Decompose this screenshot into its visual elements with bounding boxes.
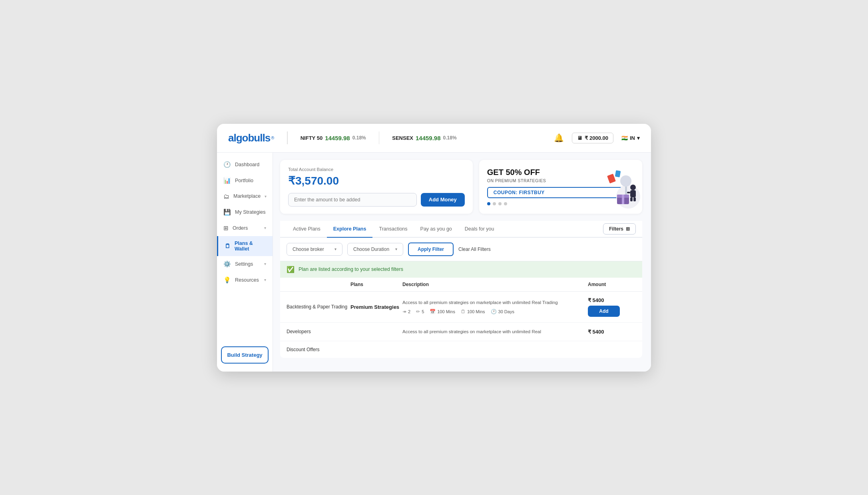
row-category-1: Backtesting & Paper Trading	[287, 304, 350, 310]
filters-row: Choose broker ▾ Choose Duration ▾ Apply …	[280, 238, 642, 261]
strategies-icon: 💾	[223, 209, 231, 216]
top-row: Total Account Balance ₹3,570.00 Add Mone…	[280, 160, 642, 214]
meta-paper-val: 5	[422, 309, 424, 314]
market-divider	[287, 131, 288, 144]
content-area: Total Account Balance ₹3,570.00 Add Mone…	[273, 153, 651, 372]
balance-card: Total Account Balance ₹3,570.00 Add Mone…	[280, 160, 473, 214]
sidebar-item-plans-wallet[interactable]: 🗒 Plans & Wallet	[217, 236, 273, 256]
header-right: 🔔 🖥 ₹ 2000.00 🇮🇳 IN ▾	[554, 133, 640, 143]
promo-card: GET 50% OFF ON PREMIUM STRATEGIES COUPON…	[479, 160, 642, 214]
broker-select[interactable]: Choose broker ▾	[287, 243, 342, 256]
sensex-price: 14459.98	[416, 135, 441, 141]
build-strategy-button[interactable]: Build Strategy	[221, 346, 269, 364]
check-icon: ✅	[287, 266, 295, 273]
chevron-down-icon: ▾	[264, 278, 266, 282]
dot-2	[493, 202, 496, 205]
meta-live: ↠ 2	[402, 309, 410, 314]
chevron-down-icon: ▾	[264, 262, 266, 266]
svg-point-6	[630, 185, 636, 190]
sidebar-bottom: Build Strategy	[217, 342, 273, 368]
tabs-row: Active Plans Explore Plans Transactions …	[280, 221, 642, 238]
sidebar-item-label: Orders	[233, 225, 248, 231]
svg-rect-5	[622, 195, 624, 204]
paper-icon: ✏	[416, 309, 420, 314]
wallet-icon: 🖥	[577, 135, 582, 141]
resources-icon: 💡	[223, 276, 231, 284]
meta-days: 🕐 30 Days	[491, 309, 514, 314]
header: algobulls® NIFTY 50 14459.98 0.18% SENSE…	[217, 124, 651, 153]
tab-active-plans[interactable]: Active Plans	[287, 221, 327, 238]
sidebar: 🕐 Dashboard 📊 Portfolio 🗂 Marketplace ▾ …	[217, 153, 273, 372]
flag-region[interactable]: 🇮🇳 IN ▾	[621, 135, 640, 141]
filters-button[interactable]: Filters ⊞	[603, 223, 636, 235]
svg-rect-11	[607, 174, 616, 183]
pt-icon: 🗒	[461, 309, 466, 314]
tab-transactions[interactable]: Transactions	[372, 221, 414, 238]
duration-select[interactable]: Choose Duration ▾	[347, 243, 403, 256]
svg-rect-10	[627, 192, 630, 193]
clear-filters-button[interactable]: Clear All Filters	[458, 247, 491, 252]
live-icon: ↠	[402, 309, 406, 314]
col-amount: Amount	[588, 282, 636, 287]
sidebar-item-resources[interactable]: 💡 Resources ▾	[217, 272, 273, 288]
sidebar-item-my-strategies[interactable]: 💾 My Strategies	[217, 204, 273, 220]
sidebar-item-label: Portfolio	[235, 178, 253, 183]
region-label: IN	[630, 135, 635, 141]
meta-live-val: 2	[408, 309, 410, 314]
meta-pt-mins: 🗒 100 Mins	[461, 309, 485, 314]
svg-point-2	[620, 175, 631, 187]
balance-label: Total Account Balance	[288, 167, 465, 172]
days-icon: 🕐	[491, 309, 497, 314]
plans-wallet-icon: 🗒	[225, 243, 231, 249]
nifty-label: NIFTY 50	[301, 135, 323, 141]
tab-pay-as-you-go[interactable]: Pay as you go	[414, 221, 458, 238]
main-layout: 🕐 Dashboard 📊 Portfolio 🗂 Marketplace ▾ …	[217, 153, 651, 372]
sidebar-item-settings[interactable]: ⚙️ Settings ▾	[217, 256, 273, 272]
sidebar-item-label: Settings	[235, 261, 253, 267]
plan-meta-1: ↠ 2 ✏ 5 📅 100 Mins	[402, 309, 588, 314]
tab-explore-plans[interactable]: Explore Plans	[327, 221, 373, 238]
marketplace-icon: 🗂	[223, 193, 229, 200]
flag-icon: 🇮🇳	[621, 135, 628, 141]
dot-3	[498, 202, 502, 205]
apply-filter-button[interactable]: Apply Filter	[408, 243, 454, 256]
bell-icon[interactable]: 🔔	[554, 133, 564, 143]
balance-amount: ₹3,570.00	[288, 174, 465, 187]
dashboard-icon: 🕐	[223, 161, 231, 168]
sidebar-item-portfolio[interactable]: 📊 Portfolio	[217, 173, 273, 189]
add-money-input[interactable]	[288, 193, 417, 207]
sidebar-item-label: Plans & Wallet	[235, 241, 266, 252]
nifty-change: 0.18%	[352, 135, 366, 141]
wallet-balance: 🖥 ₹ 2000.00	[572, 133, 613, 143]
sensex-label: SENSEX	[392, 135, 413, 141]
svg-rect-9	[633, 197, 636, 201]
tab-deals-for-you[interactable]: Deals for you	[458, 221, 501, 238]
meta-bt-mins: 📅 100 Mins	[430, 309, 455, 314]
broker-placeholder: Choose broker	[293, 247, 324, 252]
meta-bt-val: 100 Mins	[437, 309, 455, 314]
alert-bar: ✅ Plan are listed according to your sele…	[280, 261, 642, 278]
bt-icon: 📅	[430, 309, 436, 314]
add-plan-button-1[interactable]: Add	[588, 306, 620, 317]
row-price-2: ₹ 5400	[588, 329, 636, 335]
col-plans: Plans	[350, 282, 402, 287]
wallet-amount: ₹ 2000.00	[585, 135, 608, 141]
promo-illustration	[598, 167, 638, 207]
table-header: Plans Description Amount	[280, 278, 642, 292]
row-plan-name-1: Premium Strategies	[350, 304, 402, 310]
filter-icon: ⊞	[626, 226, 630, 232]
sidebar-item-orders[interactable]: ⊞ Orders ▾	[217, 220, 273, 236]
col-category	[287, 282, 350, 287]
row-desc-1: Access to all premium strategies on mark…	[402, 299, 588, 314]
sensex-change: 0.18%	[443, 135, 457, 141]
alert-message: Plan are listed according to your select…	[299, 266, 403, 272]
sensex-market: SENSEX 14459.98 0.18%	[392, 135, 456, 141]
table-row-2: Developers Access to all premium strateg…	[280, 323, 642, 341]
chevron-down-icon: ▾	[264, 226, 266, 230]
row-category-3: Discount Offers	[287, 347, 350, 352]
sidebar-item-dashboard[interactable]: 🕐 Dashboard	[217, 157, 273, 173]
sidebar-item-marketplace[interactable]: 🗂 Marketplace ▾	[217, 189, 273, 204]
add-money-button[interactable]: Add Money	[421, 193, 465, 207]
meta-pt-val: 100 Mins	[467, 309, 485, 314]
svg-rect-8	[630, 197, 633, 201]
